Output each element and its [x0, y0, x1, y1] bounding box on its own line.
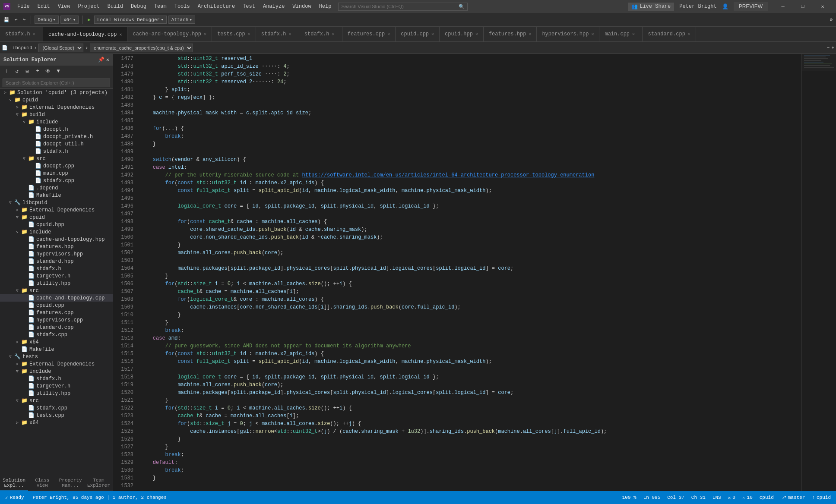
tree-src-2[interactable]: ▽ 📁 src	[0, 287, 113, 294]
tree-stdafx-h-2[interactable]: 📄 stdafx.h	[0, 265, 113, 272]
tree-docopt-cpp[interactable]: 📄 docopt.cpp	[0, 162, 113, 170]
se-search-input[interactable]	[3, 79, 110, 87]
tree-cache-topology-cpp[interactable]: 📄 cache-and-topology.cpp	[0, 294, 113, 302]
tree-utility-hpp[interactable]: 📄 utility.hpp	[0, 280, 113, 287]
menu-edit[interactable]: Edit	[34, 2, 54, 11]
tree-ext-deps-1[interactable]: ▷ 📁 External Dependencies	[0, 104, 113, 111]
tab-standard-cpp[interactable]: standard.cpp ✕	[643, 27, 696, 41]
close-tab-icon[interactable]: ✕	[248, 32, 250, 37]
tab-hypervisors-hpp[interactable]: hypervisors.hpp ✕	[537, 27, 599, 41]
tree-build-folder[interactable]: ▽ 📁 build	[0, 111, 113, 118]
tree-cpuid-hpp[interactable]: 📄 cpuid.hpp	[0, 221, 113, 228]
settings-icon[interactable]: ⚙	[828, 16, 834, 23]
preview-button[interactable]: PREVIEW	[734, 2, 768, 11]
tree-ext-deps-2[interactable]: ▷ 📁 External Dependencies	[0, 206, 113, 214]
expand-icon[interactable]: +	[831, 45, 834, 50]
tree-docopt-util-h[interactable]: 📄 docopt_util.h	[0, 140, 113, 148]
debug-config-dropdown[interactable]: Debug ▾	[35, 16, 59, 24]
tree-src-1[interactable]: ▽ 📁 src	[0, 155, 113, 162]
tree-docopt-h[interactable]: 📄 docopt.h	[0, 126, 113, 133]
tree-utility-hpp-2[interactable]: 📄 utility.hpp	[0, 390, 113, 397]
tree-ext-deps-3[interactable]: ▷ 📁 External Dependencies	[0, 360, 113, 368]
tree-hypervisors-cpp[interactable]: 📄 hypervisors.cpp	[0, 316, 113, 324]
debugger-dropdown[interactable]: Local Windows Debugger ▾	[94, 16, 167, 24]
tree-stdafx-h-1[interactable]: 📄 stdafx.h	[0, 148, 113, 155]
tree-targetver-h-2[interactable]: 📄 targetver.h	[0, 382, 113, 390]
scope-select[interactable]: (Global Scope)	[38, 44, 83, 52]
tree-standard-hpp[interactable]: 📄 standard.hpp	[0, 258, 113, 265]
menu-team[interactable]: Team	[151, 2, 170, 11]
status-col[interactable]: Col 37	[665, 495, 686, 500]
status-ln[interactable]: Ln 985	[642, 495, 662, 500]
status-ins[interactable]: INS	[711, 495, 723, 500]
tree-x64-3[interactable]: ▷ 📁 x64	[0, 419, 113, 426]
maximize-button[interactable]: □	[793, 0, 813, 13]
tab-cache-topology-hpp[interactable]: cache-and-topology.hpp ✕	[127, 27, 212, 41]
se-show-all-btn[interactable]: 👁	[43, 66, 53, 76]
tree-main-cpp-1[interactable]: 📄 main.cpp	[0, 170, 113, 177]
menu-build[interactable]: Build	[104, 2, 127, 11]
status-zoom[interactable]: 100 %	[621, 495, 638, 500]
status-errors[interactable]: ✕ 0	[726, 495, 737, 501]
collapse-icon[interactable]: −	[827, 45, 830, 50]
close-tab-icon[interactable]: ✕	[632, 32, 635, 37]
source-code[interactable]: std::uint32_t reserved_1 std::uint32_t a…	[137, 54, 801, 491]
function-select[interactable]: enumerate_cache_properties(cpu_t & cpu)	[90, 44, 193, 52]
tree-hypervisors-hpp[interactable]: 📄 hypervisors.hpp	[0, 250, 113, 258]
tree-features-hpp[interactable]: 📄 features.hpp	[0, 243, 113, 250]
status-git-info[interactable]: Peter Bright, 85 days ago | 1 author, 2 …	[31, 495, 168, 500]
menu-analyze[interactable]: Analyze	[260, 2, 288, 11]
status-ready[interactable]: ✓ Ready	[3, 495, 26, 501]
tree-stdafx-cpp-3[interactable]: 📄 stdafx.cpp	[0, 404, 113, 412]
tree-makefile-2[interactable]: 📄 Makefile	[0, 346, 113, 353]
save-icon[interactable]: 💾	[2, 16, 11, 23]
tab-stdafx-h-1[interactable]: stdafx.h ✕	[0, 27, 43, 41]
close-tab-icon[interactable]: ✕	[204, 32, 206, 37]
tab-tests-cpp[interactable]: tests.cpp ✕	[212, 27, 256, 41]
tab-team-explorer[interactable]: Team Explorer	[85, 476, 113, 491]
se-refresh-btn[interactable]: ↺	[12, 66, 22, 76]
tab-stdafx-h-3[interactable]: stdafx.h ✕	[299, 27, 342, 41]
search-input[interactable]	[341, 4, 459, 9]
tree-makefile-1[interactable]: 📄 Makefile	[0, 192, 113, 199]
menu-view[interactable]: View	[54, 2, 74, 11]
tree-tests[interactable]: ▽ 🔧 tests	[0, 353, 113, 360]
menu-tools[interactable]: Tools	[171, 2, 193, 11]
tree-cpuid-project[interactable]: ▽ 📁 cpuid	[0, 96, 113, 104]
tree-stdafx-cpp-1[interactable]: 📄 stdafx.cpp	[0, 177, 113, 184]
tab-features-hpp[interactable]: features.hpp ✕	[484, 27, 537, 41]
code-view[interactable]: 1477147814791480 1481148214831484 148514…	[113, 54, 836, 491]
minimize-button[interactable]: ─	[773, 0, 793, 13]
tree-stdafx-cpp-2[interactable]: 📄 stdafx.cpp	[0, 331, 113, 338]
tree-cpuid-folder[interactable]: ▽ 📁 cpuid	[0, 214, 113, 221]
tree-include-3[interactable]: ▽ 📁 include	[0, 368, 113, 375]
live-share-button[interactable]: 👥 Live Share	[628, 3, 674, 11]
close-tab-icon[interactable]: ✕	[475, 32, 478, 37]
tab-cache-topology-cpp[interactable]: cache-and-topology.cpp ✕	[43, 27, 127, 41]
close-tab-icon[interactable]: ✕	[387, 32, 390, 37]
tree-src-3[interactable]: ▽ 📁 src	[0, 397, 113, 404]
tree-include-2[interactable]: ▽ 📁 include	[0, 228, 113, 236]
status-project[interactable]: cpuid	[758, 495, 776, 500]
menu-project[interactable]: Project	[74, 2, 103, 11]
tree-cache-topology-hpp[interactable]: 📄 cache-and-topology.hpp	[0, 236, 113, 243]
menu-test[interactable]: Test	[239, 2, 259, 11]
close-tab-icon[interactable]: ✕	[529, 32, 531, 37]
close-tab-icon[interactable]: ✕	[332, 32, 334, 37]
tree-libcpuid[interactable]: ▽ 🔧 libcpuid	[0, 199, 113, 206]
status-warnings[interactable]: ⚠ 10	[741, 495, 754, 501]
tree-solution[interactable]: ▷ 📁 Solution 'cpuid' (3 projects)	[0, 89, 113, 96]
tab-stdafx-h-2[interactable]: stdafx.h ✕	[256, 27, 299, 41]
attach-dropdown[interactable]: Attach ▾	[168, 16, 195, 24]
close-tab-icon[interactable]: ✕	[431, 32, 434, 37]
close-tab-icon[interactable]: ✕	[119, 32, 122, 37]
redo-icon[interactable]: ↪	[21, 16, 28, 23]
tree-standard-cpp[interactable]: 📄 standard.cpp	[0, 324, 113, 331]
tab-cpuid-hpp[interactable]: cpuid.hpp ✕	[440, 27, 484, 41]
tree-features-cpp[interactable]: 📄 features.cpp	[0, 309, 113, 316]
menu-debug[interactable]: Debug	[127, 2, 150, 11]
undo-icon[interactable]: ↩	[13, 16, 19, 23]
se-filter-btn[interactable]: ▼	[54, 66, 63, 76]
tree-tests-cpp[interactable]: 📄 tests.cpp	[0, 412, 113, 419]
tab-features-cpp[interactable]: features.cpp ✕	[342, 27, 396, 41]
